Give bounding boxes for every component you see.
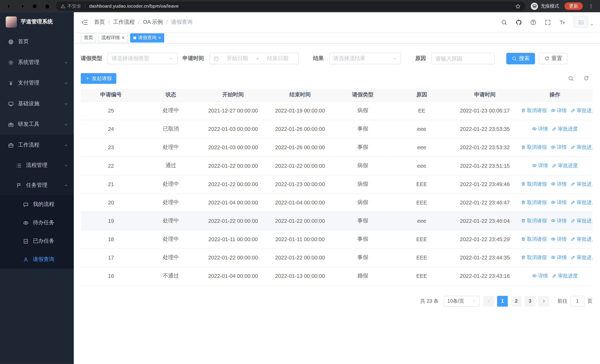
- browser-reload-icon[interactable]: [31, 3, 38, 9]
- approval-progress-link[interactable]: 审批进度: [552, 162, 578, 169]
- user-avatar[interactable]: [574, 17, 588, 28]
- search-button[interactable]: 搜索: [506, 53, 535, 64]
- approval-progress-link[interactable]: 审批进度: [552, 125, 578, 132]
- leave-type-placeholder: 请选择请假类型: [112, 55, 149, 62]
- table-row: 17处理中2022-01-22 00:00:002022-01-22 00:00…: [81, 248, 592, 267]
- detail-link[interactable]: 详情: [551, 144, 567, 151]
- page-button-3[interactable]: 3: [525, 296, 535, 306]
- approval-progress-link[interactable]: 审批进度: [571, 144, 592, 151]
- breadcrumb-item[interactable]: OA 示例: [143, 19, 163, 26]
- bookmark-star-icon[interactable]: [515, 3, 521, 9]
- github-icon[interactable]: [516, 19, 522, 25]
- page-size-select[interactable]: 10条/页: [444, 296, 479, 306]
- approval-progress-link[interactable]: 审批进度: [571, 199, 592, 206]
- sidebar: 芋道管理系统 首页系统管理支付管理基础设施研发工具工作流程流程管理任务管理我的流…: [0, 12, 74, 364]
- sidebar-item-dev-tools[interactable]: 研发工具: [0, 114, 74, 135]
- help-icon[interactable]: [530, 19, 536, 25]
- browser-menu-icon[interactable]: [588, 3, 594, 9]
- sidebar-item-leave-query[interactable]: 请假查询: [0, 250, 74, 269]
- sidebar-item-task-management[interactable]: 任务管理: [0, 175, 74, 195]
- cell-apply-time: 2022-01-22 23:46:04: [452, 212, 517, 230]
- tab-home[interactable]: 首页: [81, 33, 96, 42]
- cell-end-time: 2022-01-13 00:00:00: [265, 267, 335, 285]
- apply-time-range-picker[interactable]: 开始日期 - 结束日期: [209, 53, 299, 64]
- sidebar-item-workflow[interactable]: 工作流程: [0, 135, 74, 156]
- cancel-leave-link[interactable]: 取消请假: [521, 107, 547, 114]
- update-button[interactable]: 更新: [564, 2, 583, 10]
- cancel-leave-link[interactable]: 取消请假: [521, 217, 547, 224]
- breadcrumb-item[interactable]: 工作流程: [113, 19, 135, 26]
- cancel-leave-link[interactable]: 取消请假: [521, 180, 547, 187]
- eye-icon: [532, 163, 537, 168]
- approval-progress-link[interactable]: 审批进度: [552, 272, 578, 279]
- result-label: 结果: [313, 55, 324, 62]
- cancel-leave-link[interactable]: 取消请假: [521, 199, 547, 206]
- tab-leave-query[interactable]: 请假查询×: [130, 33, 164, 42]
- detail-link[interactable]: 详情: [551, 236, 567, 243]
- detail-link[interactable]: 详情: [532, 162, 548, 169]
- reason-input[interactable]: [435, 56, 490, 62]
- sidebar-item-done-task[interactable]: 已办任务: [0, 232, 74, 250]
- navbar-actions: [493, 17, 594, 28]
- sidebar-item-payment-management[interactable]: 支付管理: [0, 73, 74, 93]
- site-info-button[interactable]: 不安全: [60, 3, 81, 9]
- sidebar-item-todo-task[interactable]: 待办任务: [0, 214, 74, 232]
- detail-link[interactable]: 详情: [551, 254, 567, 261]
- prev-page-button[interactable]: [483, 296, 494, 306]
- cell-leave-type: 病假: [335, 101, 391, 120]
- close-tab-icon[interactable]: ×: [122, 35, 125, 40]
- tab-process-detail[interactable]: 流程详情×: [98, 33, 128, 42]
- goto-page-input[interactable]: [571, 296, 584, 306]
- logo-avatar: [6, 16, 17, 28]
- result-select[interactable]: 请选择流结果: [329, 53, 401, 64]
- refresh-table-icon[interactable]: [583, 75, 589, 82]
- toggle-search-icon[interactable]: [568, 75, 574, 82]
- page-button-2[interactable]: 2: [511, 296, 522, 306]
- sidebar-item-infrastructure[interactable]: 基础设施: [0, 93, 74, 114]
- create-leave-button[interactable]: 发起请假: [81, 73, 116, 84]
- sidebar-item-label: 工作流程: [18, 142, 39, 149]
- trash-icon: [521, 237, 526, 242]
- detail-link[interactable]: 详情: [532, 125, 548, 132]
- next-page-button[interactable]: [538, 296, 549, 306]
- cancel-leave-link[interactable]: 取消请假: [521, 144, 547, 151]
- sidebar-item-my-process[interactable]: 我的流程: [0, 195, 74, 214]
- breadcrumb-separator: /: [138, 19, 140, 25]
- collapse-sidebar-icon[interactable]: [81, 19, 88, 26]
- address-bar[interactable]: 不安全 dashboard.yudao.iocoder.cn/bpm/oa/le…: [56, 1, 525, 11]
- detail-link[interactable]: 详情: [551, 199, 567, 206]
- cancel-leave-link[interactable]: 取消请假: [521, 254, 547, 261]
- approval-progress-link[interactable]: 审批进度: [571, 107, 592, 114]
- header-search-icon[interactable]: [501, 19, 507, 25]
- detail-link[interactable]: 详情: [551, 180, 567, 187]
- sidebar-item-home[interactable]: 首页: [0, 31, 74, 52]
- tab-label: 首页: [84, 35, 93, 41]
- close-tab-icon[interactable]: ×: [158, 35, 161, 40]
- cell-start-time: 2021-12-27 00:00:00: [200, 101, 265, 120]
- sidebar-item-label: 流程管理: [26, 162, 47, 169]
- cancel-leave-link[interactable]: 取消请假: [521, 236, 547, 243]
- avatar-caret-icon[interactable]: [590, 22, 594, 27]
- reset-button[interactable]: 重置: [539, 53, 568, 64]
- browser-back-icon[interactable]: [6, 3, 13, 9]
- breadcrumb-item[interactable]: 首页: [94, 19, 105, 26]
- sidebar-item-system-management[interactable]: 系统管理: [0, 52, 74, 73]
- approval-progress-link[interactable]: 审批进度: [571, 254, 592, 261]
- approval-progress-link[interactable]: 审批进度: [571, 236, 592, 243]
- detail-link[interactable]: 详情: [532, 272, 548, 279]
- cancel-leave-link-label: 取消请假: [527, 217, 547, 224]
- plus-icon: [85, 76, 90, 81]
- fullscreen-icon[interactable]: [544, 19, 551, 25]
- leave-type-select[interactable]: 请选择请假类型: [107, 53, 178, 64]
- approval-progress-link[interactable]: 审批进度: [571, 180, 592, 187]
- cell-apply-time: 2022-01-22 23:46:47: [452, 193, 517, 212]
- sidebar-item-process-management[interactable]: 流程管理: [0, 155, 74, 175]
- browser-home-icon[interactable]: [44, 3, 50, 9]
- page-button-1[interactable]: 1: [497, 296, 508, 306]
- approval-progress-link[interactable]: 审批进度: [571, 217, 592, 224]
- browser-forward-icon[interactable]: [19, 3, 25, 9]
- detail-link[interactable]: 详情: [551, 217, 567, 224]
- font-size-icon[interactable]: [559, 19, 565, 25]
- cell-actions: 取消请假详情审批进度: [517, 101, 592, 120]
- detail-link[interactable]: 详情: [551, 107, 567, 114]
